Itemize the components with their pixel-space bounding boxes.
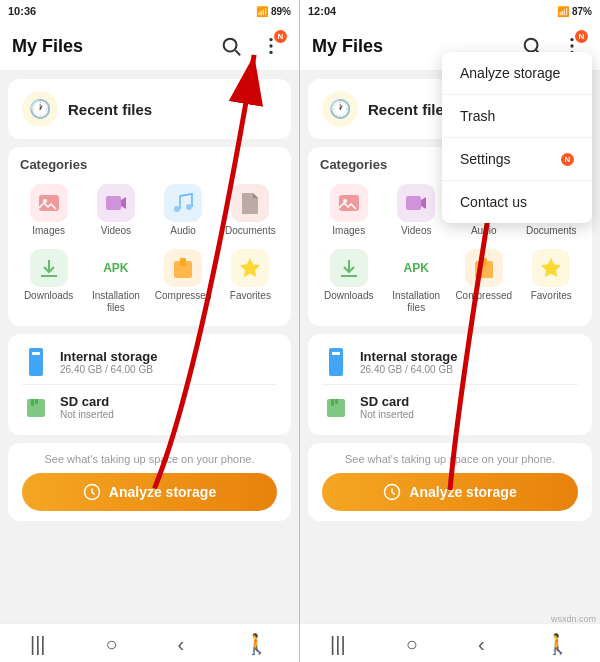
left-cat-apk[interactable]: APK Installation files xyxy=(83,245,148,318)
right-cat-compressed[interactable]: Compressed xyxy=(451,245,517,318)
left-recent-label: Recent files xyxy=(68,101,152,118)
left-status-time: 10:36 xyxy=(8,5,36,17)
right-nav-home[interactable]: ○ xyxy=(406,633,418,656)
left-documents-icon xyxy=(231,184,269,222)
right-dropdown-settings[interactable]: Settings N xyxy=(442,138,592,181)
right-dropdown-contact[interactable]: Contact us xyxy=(442,181,592,223)
right-sd-card[interactable]: SD card Not inserted xyxy=(322,389,578,425)
right-sd-card-sub: Not inserted xyxy=(360,409,578,420)
svg-rect-32 xyxy=(332,352,340,355)
left-downloads-icon xyxy=(30,249,68,287)
right-status-time: 12:04 xyxy=(308,5,336,17)
left-nav-recents[interactable]: 🚶 xyxy=(244,632,269,656)
left-cat-favorites[interactable]: Favorites xyxy=(218,245,283,318)
left-analyze-btn-label: Analyze storage xyxy=(109,484,216,500)
right-analyze-button[interactable]: Analyze storage xyxy=(322,473,578,511)
right-analyze-btn-label: Analyze storage xyxy=(409,484,516,500)
right-audio-label: Audio xyxy=(471,225,497,237)
right-favorites-icon xyxy=(532,249,570,287)
right-dropdown-analyze[interactable]: Analyze storage xyxy=(442,52,592,95)
right-compressed-icon xyxy=(465,249,503,287)
right-page-title: My Files xyxy=(312,36,383,57)
left-images-icon xyxy=(30,184,68,222)
left-analyze-section: See what's taking up space on your phone… xyxy=(8,443,291,521)
right-nav-back[interactable]: ‹ xyxy=(478,633,485,656)
left-page-title: My Files xyxy=(12,36,83,57)
right-nav-menu[interactable]: ||| xyxy=(330,633,346,656)
right-analyze-icon xyxy=(383,483,401,501)
left-more-button[interactable]: N xyxy=(255,30,287,62)
left-cat-images[interactable]: Images xyxy=(16,180,81,241)
left-compressed-icon xyxy=(164,249,202,287)
left-cat-grid: Images Videos Audio Documents Downloads xyxy=(16,180,283,318)
left-internal-storage[interactable]: Internal storage 26.40 GB / 64.00 GB xyxy=(22,344,277,380)
left-favorites-label: Favorites xyxy=(230,290,271,302)
right-dropdown-menu: Analyze storage Trash Settings N Contact… xyxy=(442,52,592,223)
left-audio-icon xyxy=(164,184,202,222)
left-apk-label: Installation files xyxy=(85,290,146,314)
left-sd-card[interactable]: SD card Not inserted xyxy=(22,389,277,425)
right-nav-bar: ||| ○ ‹ 🚶 xyxy=(300,623,600,662)
left-cat-downloads[interactable]: Downloads xyxy=(16,245,81,318)
svg-rect-13 xyxy=(32,352,40,355)
right-storage-section: Internal storage 26.40 GB / 64.00 GB SD … xyxy=(308,334,592,435)
right-videos-label: Videos xyxy=(401,225,431,237)
left-sd-card-icon xyxy=(22,393,50,421)
right-cat-images[interactable]: Images xyxy=(316,180,382,241)
left-cat-documents[interactable]: Documents xyxy=(218,180,283,241)
left-categories-title: Categories xyxy=(16,157,283,172)
svg-rect-30 xyxy=(481,258,487,266)
left-videos-icon xyxy=(97,184,135,222)
right-dropdown-trash[interactable]: Trash xyxy=(442,95,592,138)
right-badge: N xyxy=(575,30,588,43)
left-recent-icon: 🕐 xyxy=(22,91,58,127)
left-apk-icon: APK xyxy=(97,249,135,287)
right-cat-videos[interactable]: Videos xyxy=(384,180,450,241)
right-internal-storage-name: Internal storage xyxy=(360,349,578,364)
left-nav-menu[interactable]: ||| xyxy=(30,633,46,656)
left-analyze-hint: See what's taking up space on your phone… xyxy=(44,453,254,465)
left-search-button[interactable] xyxy=(215,30,247,62)
right-status-bar: 12:04 📶 87% xyxy=(300,0,600,22)
left-videos-label: Videos xyxy=(101,225,131,237)
right-images-icon xyxy=(330,184,368,222)
left-storage-divider xyxy=(22,384,277,385)
left-nav-back[interactable]: ‹ xyxy=(177,633,184,656)
left-storage-section: Internal storage 26.40 GB / 64.00 GB SD … xyxy=(8,334,291,435)
right-analyze-hint: See what's taking up space on your phone… xyxy=(345,453,555,465)
left-recent-section[interactable]: 🕐 Recent files xyxy=(8,79,291,139)
right-internal-storage-info: Internal storage 26.40 GB / 64.00 GB xyxy=(360,349,578,375)
left-cat-audio[interactable]: Audio xyxy=(151,180,216,241)
svg-rect-26 xyxy=(406,196,421,210)
right-cat-favorites[interactable]: Favorites xyxy=(519,245,585,318)
right-internal-storage-icon xyxy=(322,348,350,376)
right-sd-card-icon xyxy=(322,393,350,421)
svg-point-21 xyxy=(570,38,573,41)
svg-point-2 xyxy=(269,38,272,41)
right-cat-apk[interactable]: APK Installation files xyxy=(384,245,450,318)
left-images-label: Images xyxy=(32,225,65,237)
right-internal-storage[interactable]: Internal storage 26.40 GB / 64.00 GB xyxy=(322,344,578,380)
left-analyze-icon xyxy=(83,483,101,501)
settings-badge: N xyxy=(561,153,574,166)
svg-line-1 xyxy=(235,50,240,55)
right-downloads-label: Downloads xyxy=(324,290,373,302)
right-recent-icon: 🕐 xyxy=(322,91,358,127)
left-nav-home[interactable]: ○ xyxy=(105,633,117,656)
left-cat-videos[interactable]: Videos xyxy=(83,180,148,241)
right-phone-panel: 12:04 📶 87% My Files N Analyze storage T… xyxy=(300,0,600,662)
svg-rect-7 xyxy=(106,196,121,210)
svg-point-3 xyxy=(269,44,272,47)
left-status-icons: 📶 89% xyxy=(256,6,291,17)
right-downloads-icon xyxy=(330,249,368,287)
battery-icon: 89% xyxy=(271,6,291,17)
right-storage-divider xyxy=(322,384,578,385)
right-wifi-icon: 📶 xyxy=(557,6,569,17)
right-nav-recents[interactable]: 🚶 xyxy=(545,632,570,656)
left-internal-storage-sub: 26.40 GB / 64.00 GB xyxy=(60,364,277,375)
left-cat-compressed[interactable]: Compressed xyxy=(151,245,216,318)
left-documents-label: Documents xyxy=(225,225,276,237)
left-analyze-button[interactable]: Analyze storage xyxy=(22,473,277,511)
svg-rect-11 xyxy=(180,258,186,266)
right-cat-downloads[interactable]: Downloads xyxy=(316,245,382,318)
